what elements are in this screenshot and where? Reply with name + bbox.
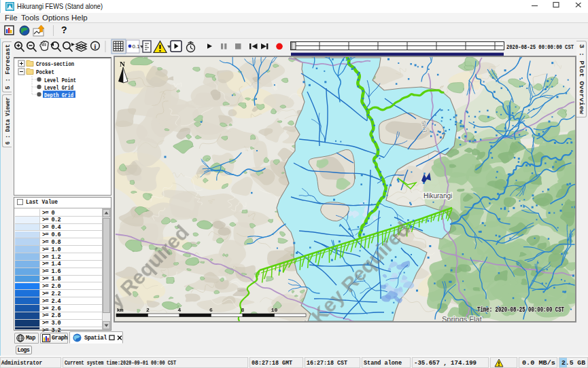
svg-text:km: km xyxy=(117,307,124,313)
svg-text:2.5 GB: 2.5 GB xyxy=(561,360,586,367)
svg-text:Hikurangi FEWS (Stand alone): Hikurangi FEWS (Stand alone) xyxy=(17,2,103,10)
svg-text:08:27:18 GMT: 08:27:18 GMT xyxy=(252,360,293,367)
svg-text:Stand alone: Stand alone xyxy=(364,360,402,367)
svg-text:Level Point: Level Point xyxy=(44,77,76,84)
svg-text:6: 6 xyxy=(209,307,213,313)
svg-text:Springs Flat: Springs Flat xyxy=(442,315,482,321)
svg-text:8: 8 xyxy=(241,307,245,313)
svg-text:Level Grid: Level Grid xyxy=(44,84,73,92)
svg-text:5 : Forecast: 5 : Forecast xyxy=(5,44,12,90)
svg-text:Last Value: Last Value xyxy=(26,199,58,206)
svg-text:10: 10 xyxy=(271,307,278,313)
svg-text:Time: 2020-08-25 00:00:00 CST: Time: 2020-08-25 00:00:00 CST xyxy=(477,306,564,314)
svg-text:Pocket: Pocket xyxy=(36,69,54,76)
svg-text:6 : Data Viewer: 6 : Data Viewer xyxy=(5,97,12,145)
svg-text:Hikurangi: Hikurangi xyxy=(423,192,452,200)
svg-text:-35.657 , 174.199: -35.657 , 174.199 xyxy=(414,360,477,367)
svg-text:2020-08-25 00:00:00 CST: 2020-08-25 00:00:00 CST xyxy=(506,43,574,51)
svg-text:Current system time:2020-09-01: Current system time:2020-09-01 00:00 CST xyxy=(65,360,176,367)
svg-text:Depth Grid: Depth Grid xyxy=(44,92,73,99)
svg-text:0.1: 0.1 xyxy=(133,43,141,50)
svg-text:16:27:18 CST: 16:27:18 CST xyxy=(307,360,348,367)
svg-text:0.0 MB/s: 0.0 MB/s xyxy=(522,360,555,367)
svg-text:Cross-section: Cross-section xyxy=(36,60,74,68)
svg-text:3 : Plot Overview: 3 : Plot Overview xyxy=(578,44,585,115)
svg-text:2: 2 xyxy=(146,307,150,313)
svg-text:4: 4 xyxy=(178,307,181,313)
svg-text:i: i xyxy=(94,43,97,50)
svg-text:N: N xyxy=(120,60,125,68)
svg-text:Administrator: Administrator xyxy=(1,360,42,367)
